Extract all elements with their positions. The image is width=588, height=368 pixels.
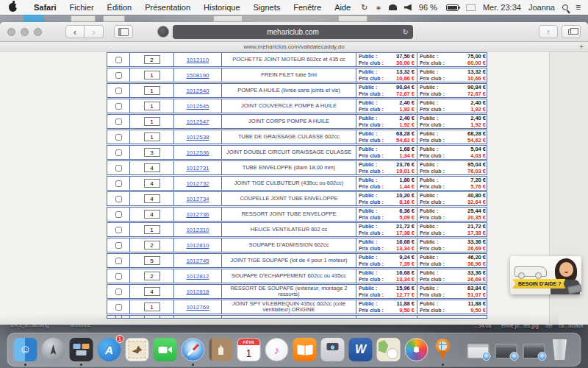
minimized-window-thumbnail[interactable] [467,344,490,358]
mail-dock-icon[interactable] [126,338,149,361]
reload-icon[interactable]: ↻ [403,28,409,36]
notification-center-icon[interactable]: ≡ [576,3,581,12]
wifi-icon[interactable] [389,4,397,10]
row-checkbox[interactable] [115,134,122,141]
part-ref-link[interactable]: 1012812 [186,273,209,280]
part-ref-link[interactable]: 1012545 [186,103,209,110]
row-checkbox[interactable] [115,57,122,63]
launchpad-dock-icon[interactable] [42,338,65,361]
menu-aide[interactable]: Aide [328,3,357,12]
word-dock-icon[interactable]: W [349,338,373,361]
itunes-dock-icon[interactable]: ♪ [265,338,289,361]
part-ref-link[interactable]: 1012810 [186,242,209,249]
forward-button[interactable]: › [85,25,104,38]
minimize-window-button[interactable] [21,28,29,36]
row-checkbox[interactable] [115,72,122,79]
menu-edition[interactable]: Édition [101,3,139,12]
ibooks-dock-icon[interactable] [293,338,317,361]
row-checkbox[interactable] [115,88,122,94]
battery-icon[interactable] [446,4,459,11]
menu-historique[interactable]: Historique [197,3,247,12]
mission-control-dock-icon[interactable] [70,338,93,361]
quantity-input[interactable] [144,117,160,126]
quantity-input[interactable] [144,287,160,296]
part-ref-link[interactable]: 1012536 [186,149,209,156]
quantity-input[interactable] [144,225,160,234]
row-checkbox[interactable] [115,149,122,156]
row-checkbox[interactable] [115,196,122,202]
quantity-input[interactable] [144,55,160,64]
part-ref-link[interactable]: 1012310 [186,227,209,233]
quantity-input[interactable] [144,179,160,188]
zoom-window-button[interactable] [34,28,42,36]
part-ref-link[interactable]: 1012731 [186,165,209,171]
quantity-input[interactable] [144,71,160,79]
quantity-input[interactable] [144,132,160,141]
row-checkbox[interactable] [115,180,122,187]
quantity-input[interactable] [144,256,160,265]
row-checkbox[interactable] [115,242,122,249]
row-checkbox[interactable] [115,118,122,125]
menu-fenetre[interactable]: Fenêtre [287,3,328,12]
keyboard-flag-icon[interactable] [466,4,476,11]
image-capture-dock-icon[interactable] [321,338,345,361]
menu-fichier[interactable]: Fichier [63,3,101,12]
row-checkbox[interactable] [115,273,122,280]
window-controls[interactable] [7,28,42,36]
menu-signets[interactable]: Signets [247,3,287,12]
quantity-input[interactable] [144,163,160,172]
part-ref-link[interactable]: 1012547 [186,118,209,125]
active-tab[interactable]: www.mehariclub.com/validatecaddy.do [243,43,344,50]
menubar-user[interactable]: Joanna [528,3,555,12]
row-checkbox[interactable] [115,165,122,171]
quantity-input[interactable] [144,148,160,157]
calendar-dock-icon[interactable]: FÉVR1 [237,338,261,361]
menubar-clock[interactable]: Mer. 23:34 [483,3,521,12]
facetime-dock-icon[interactable] [154,338,177,361]
row-checkbox[interactable] [115,211,122,218]
part-ref-link[interactable]: 1012734 [186,196,209,202]
row-checkbox[interactable] [115,258,122,264]
help-widget[interactable]: BESOIN D'AIDE ? [510,256,581,294]
extension-icon[interactable] [157,26,169,38]
volume-icon[interactable] [404,4,412,11]
finder-dock-icon[interactable]: ☺ [14,338,37,361]
quantity-input[interactable] [144,272,160,280]
quantity-input[interactable] [144,86,160,95]
tab-overview-button[interactable] [562,25,581,38]
menu-safari[interactable]: Safari [27,3,63,12]
row-checkbox[interactable] [115,289,122,295]
menu-presentation[interactable]: Présentation [138,3,197,12]
part-ref-link[interactable]: 1012736 [186,211,209,218]
share-button[interactable]: ↑ [539,25,558,38]
back-button[interactable]: ‹ [65,25,85,38]
part-ref-link[interactable]: 1012538 [186,134,209,141]
quantity-input[interactable] [144,102,160,110]
quantity-input[interactable] [144,210,160,219]
time-machine-icon[interactable]: ↻ [361,3,368,13]
part-ref-link[interactable]: 1012110 [187,57,209,63]
new-tab-button[interactable]: + [579,43,584,51]
apple-menu-icon[interactable] [9,3,17,12]
part-ref-link[interactable]: 1012745 [186,258,209,264]
minimized-window-thumbnail[interactable] [523,344,545,358]
quantity-input[interactable] [144,241,160,250]
quantity-input[interactable] [144,194,160,203]
row-checkbox[interactable] [115,227,122,233]
contacts-dock-icon[interactable] [209,338,233,361]
map-pin-dock-icon[interactable] [434,338,452,361]
maps-dock-icon[interactable] [377,338,401,361]
sidebar-button[interactable] [114,25,133,38]
photos-dock-icon[interactable] [405,338,429,361]
help-ribbon[interactable]: BESOIN D'AIDE ? [512,279,565,289]
minimized-window-thumbnail[interactable] [495,344,517,358]
close-window-button[interactable] [7,28,15,36]
part-ref-link[interactable]: 1012818 [186,289,209,295]
row-checkbox[interactable] [115,103,122,110]
trash-dock-icon[interactable] [551,339,569,360]
part-ref-link[interactable]: 1012540 [186,88,209,94]
part-ref-link[interactable]: 1012732 [186,180,209,187]
safari-dock-icon[interactable] [182,338,205,361]
status-menu-icon[interactable]: ∗ [375,4,381,12]
address-bar[interactable]: mehariclub.com ↻ [173,25,413,39]
